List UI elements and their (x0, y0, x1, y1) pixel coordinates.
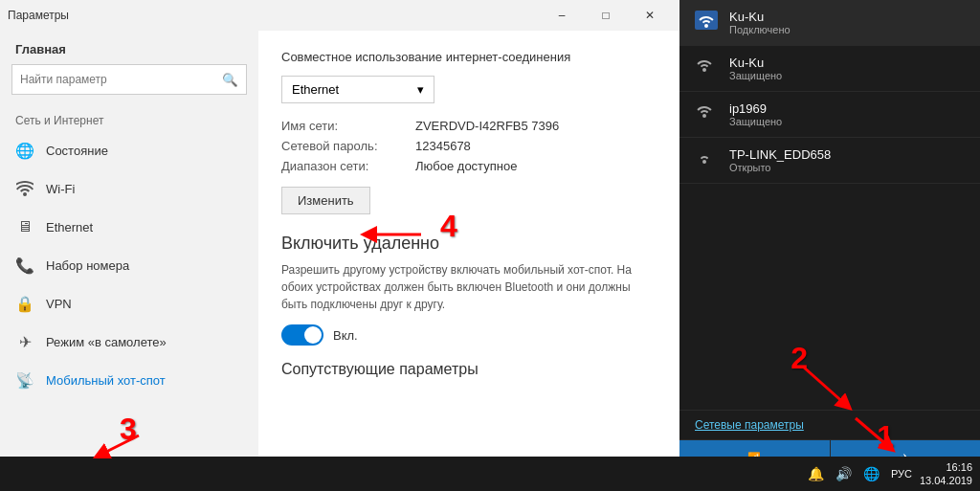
tplink-status: Открыто (729, 162, 965, 173)
clock-time: 16:16 (920, 460, 972, 474)
window-title: Параметры (8, 9, 69, 22)
maximize-button[interactable]: □ (584, 0, 628, 31)
airplane-icon: ✈ (15, 332, 34, 351)
ip1969-name: ip1969 (729, 101, 965, 116)
notification-icon: 🔔 (808, 466, 824, 481)
vpn-label: VPN (46, 297, 72, 311)
kuku-name: Ku-Ku (729, 56, 965, 70)
tplink-info: TP-LINK_EDD658 Открыто (729, 147, 965, 173)
companion-title: Сопутствующие параметры (281, 361, 657, 378)
hotspot-icon: 📡 (15, 370, 34, 390)
window-content: Главная 🔍 Сеть и Интернет 🌐 Состояние Wi… (0, 31, 679, 491)
dropdown-value: Ethernet (292, 82, 339, 97)
toggle-label: Вкл. (333, 328, 358, 343)
taskbar-clock[interactable]: 16:16 13.04.2019 (920, 460, 972, 488)
remote-toggle[interactable] (281, 324, 323, 346)
toggle-thumb (304, 326, 322, 344)
close-button[interactable]: ✕ (628, 0, 672, 31)
network-name-label: Имя сети: (281, 119, 415, 133)
wifi-icon (15, 179, 34, 198)
section-label: Сеть и Интернет (0, 106, 258, 131)
range-label: Диапазон сети: (281, 159, 415, 173)
kuku-info: Ku-Ku Защищено (729, 56, 965, 81)
password-value: 12345678 (415, 139, 471, 153)
search-button[interactable]: 🔍 (214, 69, 246, 91)
network-icon: 🌐 (863, 466, 880, 481)
network-params-link[interactable]: Сетевые параметры (679, 410, 980, 439)
remote-section-desc: Разрешить другому устройству включать мо… (281, 261, 657, 313)
language-label: РУС (891, 468, 912, 480)
range-row: Диапазон сети: Любое доступное (281, 159, 657, 173)
airplane-label: Режим «в самолете» (46, 335, 167, 349)
range-value: Любое доступное (415, 159, 517, 173)
sidebar-item-dialup[interactable]: 📞 Набор номера (0, 246, 258, 284)
wifi-item-kuku[interactable]: Ku-Ku Защищено (679, 46, 980, 92)
status-icon: 🌐 (15, 141, 34, 160)
clock-date: 13.04.2019 (920, 474, 972, 487)
ip1969-info: ip1969 Защищено (729, 101, 965, 127)
wifi-item-tplink[interactable]: TP-LINK_EDD658 Открыто (679, 138, 980, 184)
taskbar-language[interactable]: РУС (887, 466, 916, 481)
remote-section-heading: Включить удаленно (281, 234, 657, 254)
wifi-panel: Ku-Ku Подключено Ku-Ku Защищено ip1969 З… (679, 0, 980, 491)
chevron-down-icon: ▾ (417, 82, 424, 97)
sidebar-item-airplane[interactable]: ✈ Режим «в самолете» (0, 323, 258, 361)
change-button[interactable]: Изменить (281, 187, 370, 214)
sidebar-item-hotspot[interactable]: 📡 Мобильный хот-спот (0, 361, 258, 399)
connected-wifi-icon (695, 11, 718, 34)
password-label: Сетевой пароль: (281, 139, 415, 153)
window-controls: – □ ✕ (540, 0, 672, 31)
sidebar-home-link[interactable]: Главная (0, 31, 258, 64)
wifi-network-list: Ku-Ku Подключено Ku-Ku Защищено ip1969 З… (679, 0, 980, 410)
sidebar-item-vpn[interactable]: 🔒 VPN (0, 284, 258, 323)
tplink-name: TP-LINK_EDD658 (729, 147, 965, 162)
connected-network-status: Подключено (729, 24, 965, 35)
network-name-row: Имя сети: ZVERDVD-I42RFB5 7396 (281, 119, 657, 133)
wifi-connected-header: Ku-Ku Подключено (679, 0, 980, 46)
sharing-section-title: Совместное использование интернет-соедин… (281, 50, 657, 64)
main-content: Совместное использование интернет-соедин… (258, 31, 679, 491)
status-label: Состояние (46, 144, 108, 158)
search-box: 🔍 (11, 64, 247, 95)
dialup-icon: 📞 (15, 256, 34, 275)
dialup-label: Набор номера (46, 258, 129, 273)
password-row: Сетевой пароль: 12345678 (281, 139, 657, 153)
taskbar: 🔔 🔊 🌐 РУС 16:16 13.04.2019 (0, 457, 980, 491)
sidebar: Главная 🔍 Сеть и Интернет 🌐 Состояние Wi… (0, 31, 258, 491)
sidebar-item-wifi[interactable]: Wi-Fi (0, 169, 258, 208)
taskbar-volume[interactable]: 🔊 (832, 464, 856, 483)
search-input[interactable] (12, 69, 214, 90)
volume-icon: 🔊 (835, 466, 852, 481)
ethernet-label: Ethernet (46, 220, 93, 234)
taskbar-network[interactable]: 🌐 (859, 464, 883, 483)
title-bar: Параметры – □ ✕ (0, 0, 679, 31)
connection-dropdown[interactable]: Ethernet ▾ (281, 76, 434, 103)
connected-network-name: Ku-Ku (729, 10, 965, 24)
settings-window: Параметры – □ ✕ Главная 🔍 Сеть и Интерне… (0, 0, 679, 491)
connected-network-info: Ku-Ku Подключено (729, 10, 965, 35)
minimize-button[interactable]: – (540, 0, 584, 31)
taskbar-notification[interactable]: 🔔 (804, 464, 828, 483)
toggle-row: Вкл. (281, 324, 657, 346)
kuku-status: Защищено (729, 70, 965, 81)
hotspot-label: Мобильный хот-спот (46, 373, 166, 388)
wifi-item-ip1969[interactable]: ip1969 Защищено (679, 92, 980, 138)
wifi-secure-icon-2 (695, 103, 718, 125)
sidebar-item-status[interactable]: 🌐 Состояние (0, 131, 258, 169)
wifi-open-icon (695, 149, 718, 171)
network-name-value: ZVERDVD-I42RFB5 7396 (415, 119, 559, 133)
wifi-secure-icon-1 (695, 57, 718, 79)
ip1969-status: Защищено (729, 116, 965, 127)
ethernet-icon: 🖥 (15, 217, 34, 236)
vpn-icon: 🔒 (15, 294, 34, 313)
sidebar-item-ethernet[interactable]: 🖥 Ethernet (0, 208, 258, 246)
wifi-label: Wi-Fi (46, 182, 75, 196)
